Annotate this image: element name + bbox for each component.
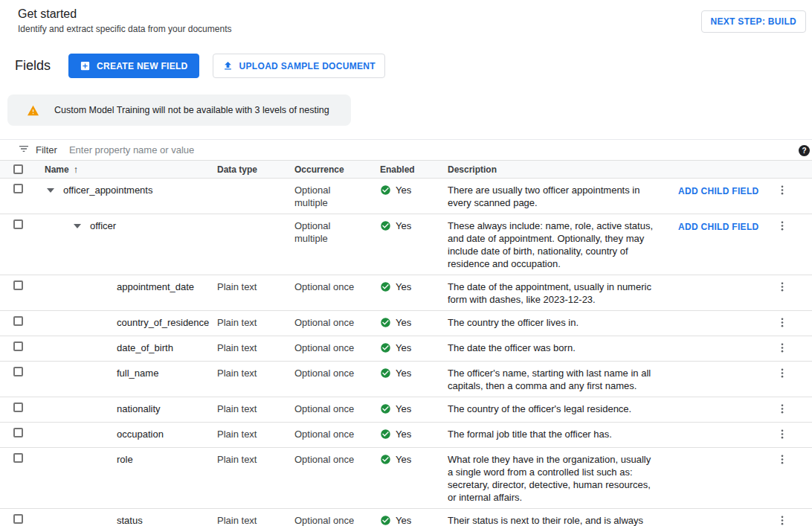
kebab-cell: [766, 423, 799, 443]
enabled-label: Yes: [396, 184, 411, 196]
field-name: date_of_birth: [117, 341, 173, 354]
create-new-field-button[interactable]: CREATE NEW FIELD: [68, 54, 199, 78]
name-cell: role: [33, 448, 205, 470]
column-header-name[interactable]: Name↑: [33, 164, 205, 175]
row-checkbox[interactable]: [13, 453, 23, 463]
more-options-icon[interactable]: [775, 452, 790, 467]
top-bar: Get started Identify and extract specifi…: [0, 0, 812, 34]
row-checkbox-cell: [0, 509, 33, 526]
field-description: The formal job title that the officer ha…: [436, 423, 668, 445]
add-child-cell: [668, 397, 766, 408]
enabled-label: Yes: [396, 402, 411, 415]
field-occurrence: Optional once: [283, 336, 368, 359]
name-cell: officer: [33, 214, 205, 237]
enabled-cell: Yes: [368, 275, 436, 300]
kebab-cell: [766, 336, 799, 357]
next-step-button[interactable]: NEXT STEP: BUILD: [701, 10, 806, 33]
enabled-cell: Yes: [368, 397, 436, 422]
field-description: The country of the officer's legal resid…: [436, 397, 668, 420]
row-checkbox[interactable]: [13, 514, 23, 524]
row-checkbox-cell: [0, 214, 33, 232]
add-child-cell: ADD CHILD FIELD: [668, 179, 766, 202]
expand-chevron-icon[interactable]: [45, 184, 57, 196]
enabled-label: Yes: [396, 341, 411, 354]
expand-chevron-icon[interactable]: [71, 219, 83, 232]
field-name: appointment_date: [117, 280, 194, 293]
kebab-cell: [766, 448, 799, 469]
field-name: status: [117, 514, 143, 526]
help-icon[interactable]: ?: [799, 145, 810, 156]
field-occurrence: Optional once: [283, 362, 368, 384]
table-header-row: Name↑ Data type Occurrence Enabled Descr…: [0, 161, 812, 179]
kebab-cell: [766, 179, 799, 199]
enabled-check-icon: [380, 317, 391, 331]
row-checkbox[interactable]: [13, 316, 23, 326]
more-options-icon[interactable]: [775, 513, 790, 526]
upload-sample-document-label: UPLOAD SAMPLE DOCUMENT: [239, 62, 376, 71]
more-options-icon[interactable]: [775, 218, 790, 234]
row-checkbox[interactable]: [13, 367, 23, 376]
row-checkbox-cell: [0, 423, 33, 440]
page-subtitle: Identify and extract specific data from …: [18, 24, 231, 34]
filter-label: Filter: [36, 144, 57, 155]
table-row: status Plain text Optional once Yes Thei…: [0, 509, 812, 526]
add-child-field-button[interactable]: ADD CHILD FIELD: [678, 222, 759, 232]
table-row: country_of_residence Plain text Optional…: [0, 311, 812, 336]
row-checkbox[interactable]: [13, 428, 23, 437]
row-checkbox[interactable]: [13, 184, 23, 193]
more-options-icon[interactable]: [775, 426, 790, 442]
field-description: The officer's name, starting with last n…: [436, 362, 668, 397]
name-cell: officer_appointments: [33, 179, 205, 201]
table-row: full_name Plain text Optional once Yes T…: [0, 362, 812, 397]
row-checkbox[interactable]: [13, 341, 23, 351]
more-options-icon[interactable]: [775, 340, 790, 356]
field-data-type: Plain text: [205, 275, 283, 298]
add-child-cell: [668, 448, 766, 458]
add-child-cell: [668, 509, 766, 519]
create-new-field-label: CREATE NEW FIELD: [97, 62, 188, 71]
upload-sample-document-button[interactable]: UPLOAD SAMPLE DOCUMENT: [213, 54, 385, 78]
enabled-cell: Yes: [368, 423, 436, 447]
upload-icon: [222, 60, 233, 71]
more-options-icon[interactable]: [775, 182, 790, 198]
name-cell: date_of_birth: [33, 336, 205, 359]
select-all-checkbox[interactable]: [13, 164, 23, 174]
enabled-cell: Yes: [368, 448, 436, 472]
sort-ascending-icon[interactable]: ↑: [74, 164, 79, 175]
more-options-icon[interactable]: [775, 401, 790, 417]
enabled-label: Yes: [396, 280, 411, 293]
more-options-icon[interactable]: [775, 365, 790, 381]
filter-input[interactable]: [68, 144, 812, 156]
row-checkbox[interactable]: [13, 402, 23, 412]
row-checkbox[interactable]: [13, 219, 23, 229]
warning-banner: Custom Model Training will not be availa…: [7, 94, 351, 126]
table-row: officer Optional multiple Yes These alwa…: [0, 214, 812, 275]
table-row: occupation Plain text Optional once Yes …: [0, 423, 812, 448]
column-header-data-type: Data type: [205, 164, 283, 175]
filter-bar: Filter ?: [0, 139, 812, 161]
column-header-description: Description: [436, 164, 668, 175]
more-options-icon[interactable]: [775, 315, 790, 330]
add-child-field-button[interactable]: ADD CHILD FIELD: [678, 186, 759, 196]
row-checkbox-cell: [0, 336, 33, 354]
column-header-occurrence: Occurrence: [283, 164, 368, 175]
row-checkbox-cell: [0, 397, 33, 415]
enabled-label: Yes: [396, 367, 411, 379]
field-occurrence: Optional multiple: [283, 214, 368, 249]
name-cell: full_name: [33, 362, 205, 384]
table-body: officer_appointments Optional multiple Y…: [0, 179, 812, 526]
field-name: country_of_residence: [117, 316, 209, 329]
field-description: Their status is next to their role, and …: [436, 509, 668, 526]
row-checkbox-cell: [0, 179, 33, 196]
field-data-type: Plain text: [205, 397, 283, 420]
row-checkbox-cell: [0, 362, 33, 379]
enabled-label: Yes: [396, 428, 411, 440]
title-block: Get started Identify and extract specifi…: [18, 7, 231, 34]
field-data-type: Plain text: [205, 336, 283, 359]
kebab-cell: [766, 509, 799, 526]
enabled-check-icon: [380, 454, 391, 468]
field-occurrence: Optional once: [283, 423, 368, 445]
column-header-enabled: Enabled: [368, 164, 436, 175]
row-checkbox[interactable]: [13, 280, 23, 290]
more-options-icon[interactable]: [775, 279, 790, 295]
